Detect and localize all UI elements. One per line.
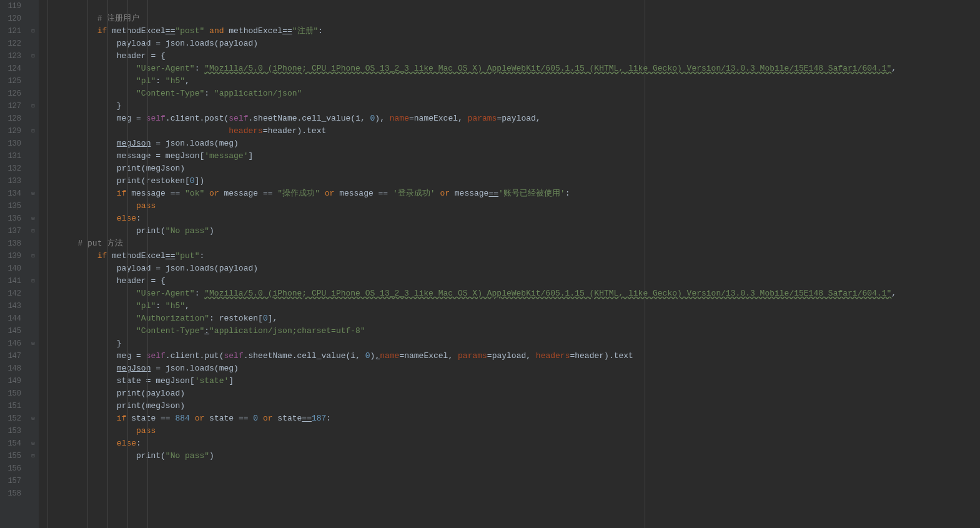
line-number: 156 bbox=[2, 462, 21, 475]
line-number: 147 bbox=[2, 350, 21, 362]
code-line[interactable]: headers=header).text bbox=[39, 125, 980, 137]
fold-marker[interactable]: ⊟ bbox=[27, 212, 39, 225]
code-line[interactable] bbox=[39, 462, 980, 475]
fold-marker bbox=[27, 425, 39, 437]
code-line[interactable]: print(payload) bbox=[39, 387, 980, 400]
code-line[interactable]: pass bbox=[39, 425, 980, 437]
fold-marker[interactable]: ⊟ bbox=[27, 100, 39, 112]
code-line[interactable]: meg = self.client.put(self.sheetName.cel… bbox=[39, 350, 980, 362]
fold-marker[interactable]: ⊟ bbox=[27, 412, 39, 425]
line-number: 136 bbox=[2, 212, 21, 225]
fold-marker[interactable]: ⊟ bbox=[27, 187, 39, 200]
code-line[interactable]: if methodExcel=="put": bbox=[39, 250, 980, 262]
fold-marker[interactable]: ⊟ bbox=[27, 437, 39, 450]
line-number: 146 bbox=[2, 337, 21, 350]
fold-marker bbox=[27, 350, 39, 362]
fold-marker bbox=[27, 312, 39, 325]
code-line[interactable]: header = { bbox=[39, 275, 980, 287]
line-number: 155 bbox=[2, 450, 21, 462]
code-line[interactable] bbox=[39, 487, 980, 500]
fold-marker[interactable]: ⊟ bbox=[27, 125, 39, 137]
fold-marker bbox=[27, 487, 39, 500]
line-number: 122 bbox=[2, 37, 21, 50]
line-number: 150 bbox=[2, 387, 21, 400]
fold-marker[interactable]: ⊟ bbox=[27, 450, 39, 462]
line-number: 135 bbox=[2, 200, 21, 212]
fold-marker bbox=[27, 237, 39, 250]
code-line[interactable]: } bbox=[39, 337, 980, 350]
line-number: 149 bbox=[2, 375, 21, 387]
fold-marker bbox=[27, 200, 39, 212]
code-line[interactable]: if methodExcel=="post" and methodExcel==… bbox=[39, 25, 980, 37]
line-number: 137 bbox=[2, 225, 21, 237]
fold-marker bbox=[27, 362, 39, 375]
code-line[interactable]: # put 方法 bbox=[39, 237, 980, 250]
code-line[interactable]: "Content-Type":"application/json;charset… bbox=[39, 325, 980, 337]
line-number: 151 bbox=[2, 400, 21, 412]
line-number: 157 bbox=[2, 475, 21, 487]
fold-marker[interactable]: ⊟ bbox=[27, 337, 39, 350]
code-line[interactable]: if state == 884 or state == 0 or state==… bbox=[39, 412, 980, 425]
line-number: 127 bbox=[2, 100, 21, 112]
line-number: 132 bbox=[2, 162, 21, 175]
code-line[interactable]: print("No pass") bbox=[39, 450, 980, 462]
code-line[interactable]: "pl": "h5", bbox=[39, 75, 980, 87]
fold-marker[interactable]: ⊟ bbox=[27, 250, 39, 262]
fold-marker bbox=[27, 12, 39, 25]
line-number: 145 bbox=[2, 325, 21, 337]
fold-marker bbox=[27, 87, 39, 100]
fold-marker bbox=[27, 150, 39, 162]
code-line[interactable]: payload = json.loads(payload) bbox=[39, 37, 980, 50]
code-line[interactable]: "Content-Type": "application/json" bbox=[39, 87, 980, 100]
line-number: 133 bbox=[2, 175, 21, 187]
code-area[interactable]: # 注册用户 if methodExcel=="post" and method… bbox=[39, 0, 980, 528]
fold-marker bbox=[27, 0, 39, 12]
line-number: 141 bbox=[2, 275, 21, 287]
code-line[interactable]: state = megJson['state'] bbox=[39, 375, 980, 387]
code-line[interactable]: print(megJson) bbox=[39, 162, 980, 175]
code-line[interactable]: else: bbox=[39, 437, 980, 450]
code-line[interactable] bbox=[39, 0, 980, 12]
line-number: 152 bbox=[2, 412, 21, 425]
code-line[interactable]: "User-Agent": "Mozilla/5.0 (iPhone; CPU … bbox=[39, 62, 980, 75]
code-line[interactable]: "pl": "h5", bbox=[39, 300, 980, 312]
code-line[interactable]: meg = self.client.post(self.sheetName.ce… bbox=[39, 112, 980, 125]
line-number: 140 bbox=[2, 262, 21, 275]
code-line[interactable]: megJson = json.loads(meg) bbox=[39, 362, 980, 375]
code-line[interactable]: print(restoken[0]) bbox=[39, 175, 980, 187]
line-number: 158 bbox=[2, 487, 21, 500]
fold-marker bbox=[27, 175, 39, 187]
fold-marker bbox=[27, 375, 39, 387]
code-line[interactable] bbox=[39, 475, 980, 487]
fold-marker bbox=[27, 387, 39, 400]
code-line[interactable]: else: bbox=[39, 212, 980, 225]
fold-marker[interactable]: ⊟ bbox=[27, 50, 39, 62]
code-line[interactable]: pass bbox=[39, 200, 980, 212]
code-line[interactable]: "Authorization": restoken[0], bbox=[39, 312, 980, 325]
fold-marker[interactable]: ⊟ bbox=[27, 25, 39, 37]
code-line[interactable]: "User-Agent": "Mozilla/5.0 (iPhone; CPU … bbox=[39, 287, 980, 300]
line-number: 124 bbox=[2, 62, 21, 75]
code-line[interactable]: header = { bbox=[39, 50, 980, 62]
code-line[interactable]: message = megJson['message'] bbox=[39, 150, 980, 162]
code-line[interactable]: if message == "ok" or message == "操作成功" … bbox=[39, 187, 980, 200]
code-line[interactable]: print("No pass") bbox=[39, 225, 980, 237]
line-number: 125 bbox=[2, 75, 21, 87]
fold-marker[interactable]: ⊟ bbox=[27, 225, 39, 237]
line-number: 148 bbox=[2, 362, 21, 375]
fold-marker[interactable]: ⊟ bbox=[27, 275, 39, 287]
line-number: 153 bbox=[2, 425, 21, 437]
code-line[interactable]: print(megJson) bbox=[39, 400, 980, 412]
code-line[interactable]: # 注册用户 bbox=[39, 12, 980, 25]
line-number: 134 bbox=[2, 187, 21, 200]
line-number: 120 bbox=[2, 12, 21, 25]
fold-marker bbox=[27, 62, 39, 75]
code-line[interactable]: } bbox=[39, 100, 980, 112]
line-number: 128 bbox=[2, 112, 21, 125]
code-line[interactable]: payload = json.loads(payload) bbox=[39, 262, 980, 275]
fold-gutter[interactable]: ⊟⊟⊟⊟⊟⊟⊟⊟⊟⊟⊟⊟⊟ bbox=[27, 0, 39, 528]
line-number: 138 bbox=[2, 237, 21, 250]
code-editor[interactable]: 1191201211221231241251261271281291301311… bbox=[0, 0, 980, 528]
fold-marker bbox=[27, 325, 39, 337]
code-line[interactable]: megJson = json.loads(meg) bbox=[39, 137, 980, 150]
